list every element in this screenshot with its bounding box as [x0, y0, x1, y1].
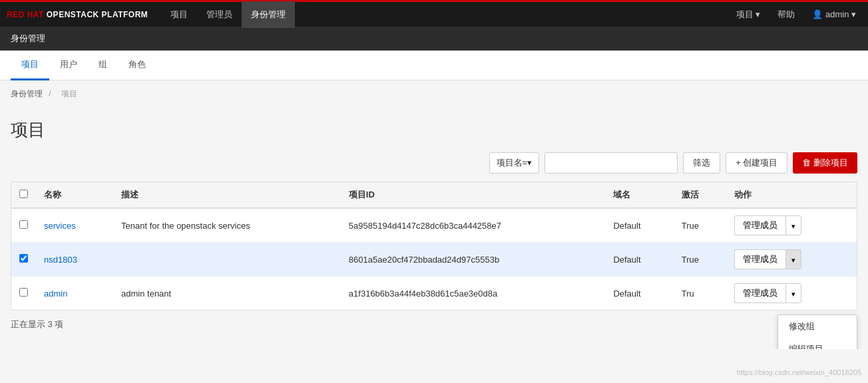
- breadcrumb-parent[interactable]: 身份管理: [11, 89, 43, 98]
- action-dropdown-menu: 修改组 编辑项目 查看使用量 修改配额 删除项目: [777, 315, 857, 349]
- row-desc-services: Tenant for the openstack services: [113, 208, 341, 243]
- header-checkbox-cell: [11, 182, 36, 208]
- row-name-admin: admin: [36, 277, 113, 311]
- col-project-id: 项目ID: [341, 182, 606, 208]
- row-active-nsd1803: True: [674, 243, 726, 277]
- row-checkbox-admin[interactable]: [19, 288, 28, 297]
- tab-project[interactable]: 项目: [11, 51, 49, 80]
- breadcrumb-separator: /: [49, 89, 53, 98]
- action-group-admin: 管理成员: [734, 283, 849, 303]
- dropdown-edit-project[interactable]: 编辑项目: [778, 338, 857, 349]
- action-btn-admin[interactable]: 管理成员: [734, 283, 785, 303]
- filter-button[interactable]: 筛选: [683, 152, 720, 174]
- status-text: 正在显示 3 项: [11, 319, 63, 329]
- nav-item-identity[interactable]: 身份管理: [242, 1, 295, 28]
- row-name-services: services: [36, 208, 113, 243]
- row-domain-services: Default: [605, 208, 673, 243]
- nav-user-dropdown[interactable]: 👤 admin ▾: [807, 1, 861, 28]
- nav-right: 项目 ▾ 帮助 👤 admin ▾: [731, 1, 861, 28]
- nav-project-dropdown[interactable]: 项目 ▾: [731, 1, 766, 28]
- col-domain: 域名: [605, 182, 673, 208]
- action-btn-nsd1803[interactable]: 管理成员: [734, 249, 785, 269]
- action-dropdown-admin[interactable]: [785, 283, 801, 303]
- projects-table: 名称 描述 项目ID 域名 激活 动作 s: [11, 182, 857, 310]
- delete-project-button[interactable]: 🗑 删除项目: [793, 152, 857, 174]
- caret-icon: [791, 255, 795, 265]
- breadcrumb: 身份管理 / 项目: [0, 80, 868, 108]
- nsd1803-link[interactable]: nsd1803: [44, 255, 77, 265]
- row-checkbox-cell: [11, 243, 36, 277]
- row-id-services: 5a9585194d4147c28dc6b3ca444258e7: [341, 208, 606, 243]
- row-active-services: True: [674, 208, 726, 243]
- breadcrumb-current: 项目: [61, 89, 77, 98]
- filter-dropdown[interactable]: 项目名=▾: [489, 152, 540, 174]
- tab-group[interactable]: 组: [88, 51, 118, 80]
- dropdown-modify-group[interactable]: 修改组: [778, 315, 857, 338]
- table-header-row: 名称 描述 项目ID 域名 激活 动作: [11, 182, 857, 208]
- table-row: services Tenant for the openstack servic…: [11, 208, 857, 243]
- nav-item-admin[interactable]: 管理员: [197, 1, 242, 28]
- col-name: 名称: [36, 182, 113, 208]
- nav-item-project[interactable]: 项目: [161, 1, 197, 28]
- page-content: 项目 项目名=▾ 筛选 + 创建项目 🗑 删除项目 名称 描述 项目ID: [0, 108, 868, 349]
- admin-link[interactable]: admin: [44, 289, 67, 299]
- row-desc-nsd1803: [113, 243, 341, 277]
- row-checkbox-services[interactable]: [19, 220, 28, 229]
- table-row: admin admin tenant a1f316b6b3a44f4eb38d6…: [11, 277, 857, 311]
- services-link[interactable]: services: [44, 221, 76, 231]
- tab-user[interactable]: 用户: [49, 51, 88, 80]
- page-title: 项目: [11, 108, 857, 152]
- action-dropdown-services[interactable]: [785, 215, 801, 235]
- table-row: nsd1803 8601a5ae20cf472bbadad24d97c5553b…: [11, 243, 857, 277]
- action-group-nsd1803: 管理成员: [734, 249, 849, 269]
- caret-icon: [791, 289, 795, 299]
- status-row: 正在显示 3 项: [11, 311, 857, 338]
- tab-role[interactable]: 角色: [118, 51, 156, 80]
- col-desc: 描述: [113, 182, 341, 208]
- table-wrapper: 名称 描述 项目ID 域名 激活 动作 s: [11, 182, 857, 311]
- row-checkbox-nsd1803[interactable]: [19, 254, 28, 263]
- create-project-button[interactable]: + 创建项目: [726, 152, 787, 174]
- table-container: 名称 描述 项目ID 域名 激活 动作 s: [11, 182, 857, 311]
- action-group-services: 管理成员: [734, 215, 849, 235]
- caret-icon: [791, 221, 795, 231]
- row-desc-admin: admin tenant: [113, 277, 341, 311]
- search-input[interactable]: [544, 152, 678, 174]
- row-id-admin: a1f316b6b3a44f4eb38d61c5ae3e0d8a: [341, 277, 606, 311]
- row-domain-admin: Default: [605, 277, 673, 311]
- row-action-services: 管理成员: [726, 208, 857, 243]
- row-checkbox-cell: [11, 277, 36, 311]
- row-action-admin: 管理成员: [726, 277, 857, 311]
- row-action-nsd1803: 管理成员: [726, 243, 857, 277]
- row-name-nsd1803: nsd1803: [36, 243, 113, 277]
- sub-header-title: 身份管理: [11, 33, 45, 45]
- sub-header: 身份管理: [0, 27, 868, 51]
- toolbar: 项目名=▾ 筛选 + 创建项目 🗑 删除项目: [11, 152, 857, 174]
- col-action: 动作: [726, 182, 857, 208]
- top-navbar: RED HAT OPENSTACK PLATFORM 项目 管理员 身份管理 项…: [0, 0, 868, 27]
- row-domain-nsd1803: Default: [605, 243, 673, 277]
- brand: RED HAT OPENSTACK PLATFORM: [7, 10, 148, 19]
- filter-label: 项目名=▾: [497, 157, 533, 169]
- row-id-nsd1803: 8601a5ae20cf472bbadad24d97c5553b: [341, 243, 606, 277]
- row-active-admin: Tru: [674, 277, 726, 311]
- nav-help[interactable]: 帮助: [772, 1, 800, 28]
- tab-bar: 项目 用户 组 角色: [0, 51, 868, 80]
- action-dropdown-nsd1803[interactable]: [785, 249, 801, 269]
- action-btn-services[interactable]: 管理成员: [734, 215, 785, 235]
- nav-menu: 项目 管理员 身份管理: [161, 1, 730, 28]
- row-checkbox-cell: [11, 208, 36, 243]
- col-active: 激活: [674, 182, 726, 208]
- select-all-checkbox[interactable]: [19, 190, 28, 198]
